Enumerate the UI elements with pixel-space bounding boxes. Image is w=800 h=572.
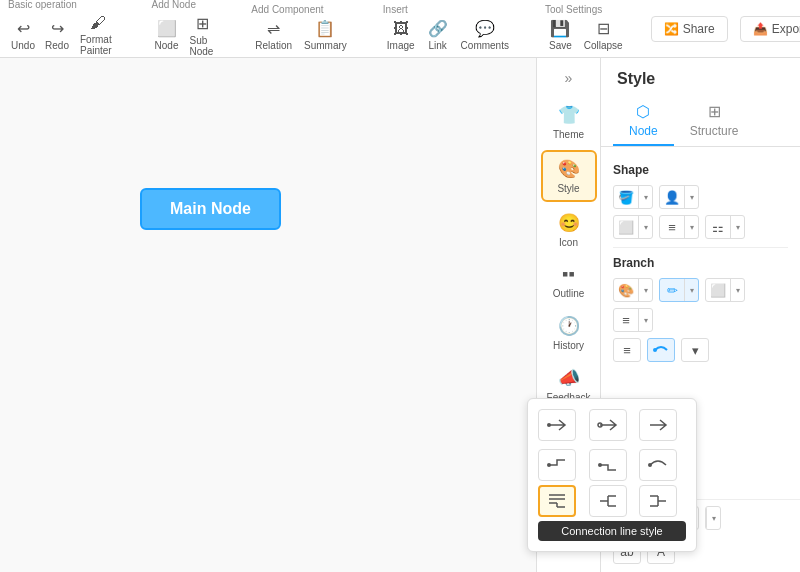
connection-tooltip: Connection line style [538, 521, 686, 541]
line-style-control[interactable]: ≡ ▾ [659, 215, 699, 239]
branch-line-color-arrow: ▾ [684, 279, 698, 301]
summary-label: Summary [304, 40, 347, 51]
outline-icon: ▪▪ [562, 264, 575, 285]
feedback-icon: 📣 [558, 367, 580, 389]
shape-controls-row1: 🪣 ▾ 👤 ▾ [613, 185, 788, 209]
conn-btn-2[interactable] [589, 409, 627, 441]
redo-icon: ↪ [51, 19, 64, 38]
canvas[interactable]: Main Node [0, 58, 536, 572]
format-painter-icon: 🖌 [90, 14, 106, 32]
conn-btn-9[interactable] [639, 485, 677, 517]
link-icon: 🔗 [428, 19, 448, 38]
export-button[interactable]: 📤 Export [740, 16, 800, 42]
node-icon: ⬜ [157, 19, 177, 38]
svg-point-0 [653, 348, 657, 352]
expand-button[interactable]: » [553, 66, 585, 90]
border-style-arrow: ▾ [638, 216, 652, 238]
save-label: Save [549, 40, 572, 51]
comments-icon: 💬 [475, 19, 495, 38]
font-color-control[interactable]: 👤 ▾ [659, 185, 699, 209]
save-button[interactable]: 💾 Save [545, 17, 576, 53]
icon-label: Icon [559, 237, 578, 248]
relation-label: Relation [255, 40, 292, 51]
divider-shape-branch [613, 247, 788, 248]
conn-btn-1[interactable] [538, 409, 576, 441]
conn-btn-8[interactable] [589, 485, 627, 517]
save-icon: 💾 [550, 19, 570, 38]
share-button[interactable]: 🔀 Share [651, 16, 728, 42]
branch-dash-control[interactable]: ≡ ▾ [613, 308, 653, 332]
main-node[interactable]: Main Node [140, 188, 281, 230]
branch-line-color-control[interactable]: ✏ ▾ [659, 278, 699, 302]
format-painter-button[interactable]: 🖌 Format Painter [76, 12, 120, 58]
toolbar-group-add-node: Add Node ⬜ Node ⊞ Sub Node [152, 0, 220, 59]
theme-label: Theme [553, 129, 584, 140]
group-label-tool-settings: Tool Settings [545, 4, 602, 15]
conn-btn-6[interactable] [639, 449, 677, 481]
sidebar-item-icon[interactable]: 😊 Icon [541, 206, 597, 254]
branch-fill-control[interactable]: 🎨 ▾ [613, 278, 653, 302]
sidebar-item-theme[interactable]: 👕 Theme [541, 98, 597, 146]
comments-button[interactable]: 💬 Comments [457, 17, 513, 53]
export-icon: 📤 [753, 22, 768, 36]
add-node-items: ⬜ Node ⊞ Sub Node [152, 12, 220, 59]
shape-section-label: Shape [613, 163, 788, 177]
border-style-control[interactable]: ⬜ ▾ [613, 215, 653, 239]
image-button[interactable]: 🖼 Image [383, 18, 419, 53]
conn-btn-3[interactable] [639, 409, 677, 441]
branch-border-control[interactable]: ⬜ ▾ [705, 278, 745, 302]
group-label-add-node: Add Node [152, 0, 196, 10]
relation-icon: ⇌ [267, 19, 280, 38]
collapse-button[interactable]: ⊟ Collapse [580, 17, 627, 53]
branch-controls-row2: ≡ ▾ [613, 338, 788, 362]
undo-button[interactable]: ↩ Undo [8, 17, 38, 53]
insert-items: 🖼 Image 🔗 Link 💬 Comments [383, 17, 513, 53]
branch-arrow: ▾ [681, 338, 709, 362]
redo-button[interactable]: ↪ Redo [42, 17, 72, 53]
tab-node[interactable]: ⬡ Node [613, 96, 674, 146]
image-label: Image [387, 40, 415, 51]
group-label-basic: Basic operation [8, 0, 77, 10]
undo-icon: ↩ [17, 19, 30, 38]
connection-line-icon [653, 342, 669, 358]
fill-color-control[interactable]: 🪣 ▾ [613, 185, 653, 209]
undo-label: Undo [11, 40, 35, 51]
panel-title: Style [601, 58, 800, 96]
size-arrow-control[interactable]: ▾ [705, 506, 721, 530]
summary-button[interactable]: 📋 Summary [300, 17, 351, 53]
connection-grid-row1 [538, 409, 686, 441]
link-label: Link [428, 40, 446, 51]
redo-label: Redo [45, 40, 69, 51]
sidebar-item-outline[interactable]: ▪▪ Outline [541, 258, 597, 305]
branch-dash-arrow: ▾ [638, 309, 652, 331]
svg-point-1 [547, 423, 551, 427]
conn-btn-4[interactable] [538, 449, 576, 481]
group-label-add-component: Add Component [251, 4, 323, 15]
share-label: Share [683, 22, 715, 36]
toolbar-group-insert: Insert 🖼 Image 🔗 Link 💬 Comments [383, 4, 513, 53]
conn-btn-5[interactable] [589, 449, 627, 481]
branch-dash-icon: ≡ [614, 309, 638, 331]
branch-line-color-icon: ✏ [660, 279, 684, 301]
structure-tab-icon: ⊞ [708, 102, 721, 121]
basic-op-items: ↩ Undo ↪ Redo 🖌 Format Painter [8, 12, 120, 58]
toolbar-group-add-component: Add Component ⇌ Relation 📋 Summary [251, 4, 351, 53]
sidebar-item-history[interactable]: 🕐 History [541, 309, 597, 357]
font-color-arrow: ▾ [684, 186, 698, 208]
dash-style-control[interactable]: ⚏ ▾ [705, 215, 745, 239]
connection-line-btn[interactable] [647, 338, 675, 362]
node-button[interactable]: ⬜ Node [152, 17, 182, 53]
sub-node-button[interactable]: ⊞ Sub Node [186, 12, 220, 59]
style-label: Style [557, 183, 579, 194]
relation-button[interactable]: ⇌ Relation [251, 17, 296, 53]
branch-align-left[interactable]: ≡ [613, 338, 641, 362]
line-style-icon: ≡ [660, 216, 684, 238]
add-component-items: ⇌ Relation 📋 Summary [251, 17, 351, 53]
size-up-down-icon: ▾ [706, 507, 720, 529]
conn-btn-7[interactable] [538, 485, 576, 517]
tab-structure[interactable]: ⊞ Structure [674, 96, 755, 146]
link-button[interactable]: 🔗 Link [423, 17, 453, 53]
sidebar-item-style[interactable]: 🎨 Style [541, 150, 597, 202]
outline-label: Outline [553, 288, 585, 299]
structure-tab-label: Structure [690, 124, 739, 138]
